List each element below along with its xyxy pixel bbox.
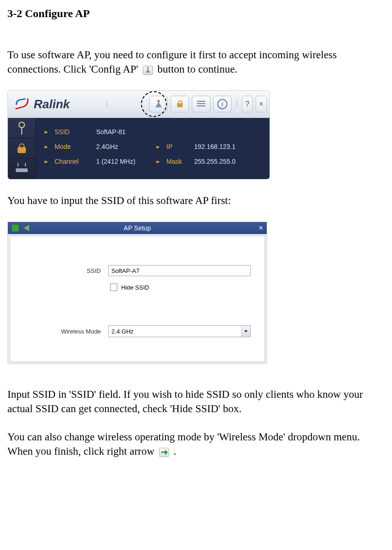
- ralink-logo: Ralink: [8, 96, 104, 112]
- chevron-down-icon: [241, 326, 250, 337]
- bullet-icon: [44, 130, 49, 134]
- config-ap-icon: [143, 66, 153, 75]
- hide-ssid-label: Hide SSID: [121, 284, 149, 291]
- ralink-window: Ralink i ? × SSID SoftAP-81 Mode 2.4GHz: [7, 90, 270, 179]
- antenna-icon: [154, 100, 163, 108]
- toolbar: i ? ×: [149, 95, 270, 113]
- help-button[interactable]: ?: [242, 96, 253, 112]
- lock-icon: [176, 100, 184, 108]
- hide-ssid-checkbox[interactable]: [110, 284, 117, 291]
- ralink-titlebar: Ralink i ? ×: [8, 91, 270, 118]
- channel-value: 1 (2412 MHz): [96, 158, 156, 165]
- list-icon: [197, 101, 205, 107]
- intro-paragraph: To use software AP, you need to configur…: [7, 48, 385, 76]
- wireless-mode-row: Wireless Mode 2.4 GHz: [10, 325, 251, 337]
- mode-label: Mode: [55, 143, 96, 150]
- ssid-value: SoftAP-81: [96, 128, 156, 136]
- router-icon: [16, 166, 28, 172]
- ralink-sidebar: [8, 118, 36, 179]
- wireless-mode-select[interactable]: 2.4 GHz: [108, 325, 251, 337]
- back-arrow-button[interactable]: [24, 225, 29, 231]
- ralink-logo-text: Ralink: [34, 97, 70, 111]
- config-ap-button[interactable]: [149, 96, 168, 112]
- ssid-input[interactable]: [108, 265, 251, 276]
- ap-setup-titlebar: AP Setup ×: [8, 222, 267, 234]
- ssid-field-label: SSID: [10, 267, 108, 274]
- section-heading: 3-2 Configure AP: [7, 7, 385, 20]
- sidebar-item-status[interactable]: [8, 118, 36, 138]
- acl-button[interactable]: [192, 96, 210, 112]
- mode-value: 2.4GHz: [96, 143, 156, 150]
- next-arrow-icon: [159, 448, 169, 457]
- bullet-icon: [156, 144, 161, 149]
- wireless-mode-label: Wireless Mode: [10, 328, 108, 335]
- wm-text-b: .: [174, 445, 177, 457]
- ap-setup-window: AP Setup × SSID Hide SSID Wireless Mode …: [7, 222, 267, 364]
- security-button[interactable]: [171, 96, 189, 112]
- intro-text-b: button to continue.: [158, 63, 238, 75]
- mask-value: 255.255.255.0: [194, 158, 261, 165]
- stop-button[interactable]: [12, 224, 19, 232]
- mask-label: Mask: [166, 158, 194, 165]
- ssid-instruction-text: You have to input the SSID of this softw…: [7, 193, 385, 208]
- wm-text-a: You can also change wireless operating m…: [7, 431, 360, 457]
- hide-ssid-row: Hide SSID: [110, 284, 149, 291]
- ralink-logo-icon: [14, 96, 30, 112]
- bullet-icon: [44, 144, 49, 149]
- bullet-icon: [156, 159, 161, 164]
- close-button[interactable]: ×: [259, 224, 263, 232]
- ap-setup-body: SSID Hide SSID Wireless Mode 2.4 GHz: [10, 236, 265, 362]
- signal-icon: [17, 122, 26, 135]
- hide-ssid-paragraph: Input SSID in 'SSID' field. If you wish …: [7, 387, 385, 416]
- toolbar-divider: [236, 95, 237, 113]
- info-icon: i: [217, 99, 227, 109]
- toolbar-divider: [106, 95, 107, 113]
- ralink-body: SSID SoftAP-81 Mode 2.4GHz IP 192.168.12…: [8, 118, 270, 179]
- ip-label: IP: [166, 143, 194, 150]
- wireless-mode-paragraph: You can also change wireless operating m…: [7, 430, 385, 458]
- ip-value: 192.168.123.1: [194, 143, 261, 150]
- ralink-status-grid: SSID SoftAP-81 Mode 2.4GHz IP 192.168.12…: [36, 118, 270, 179]
- wireless-mode-value: 2.4 GHz: [109, 328, 134, 335]
- sidebar-item-network[interactable]: [8, 159, 36, 179]
- ssid-label: SSID: [55, 128, 96, 136]
- close-button[interactable]: ×: [256, 96, 267, 112]
- bullet-icon: [44, 159, 49, 164]
- info-button[interactable]: i: [213, 96, 232, 112]
- padlock-icon: [17, 143, 27, 154]
- channel-label: Channel: [55, 158, 96, 165]
- sidebar-item-security[interactable]: [8, 138, 36, 159]
- ssid-field-row: SSID: [10, 265, 251, 276]
- ap-setup-title: AP Setup: [8, 224, 267, 232]
